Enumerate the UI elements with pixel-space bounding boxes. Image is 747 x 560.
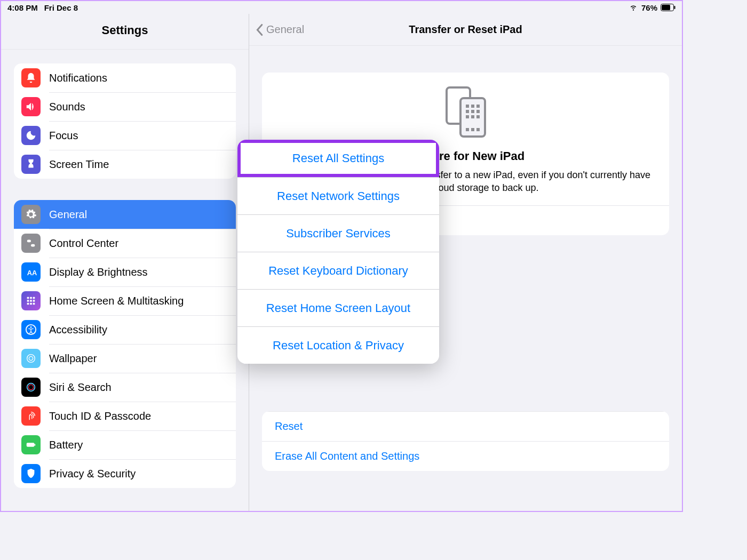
focus-icon xyxy=(21,126,41,145)
reset-keyboard-dictionary-button[interactable]: Reset Keyboard Dictionary xyxy=(237,252,439,289)
svg-rect-2 xyxy=(674,6,676,9)
svg-rect-29 xyxy=(471,110,474,113)
erase-all-button[interactable]: Erase All Content and Settings xyxy=(262,441,669,471)
svg-rect-11 xyxy=(33,300,35,302)
svg-rect-13 xyxy=(30,303,32,305)
svg-point-16 xyxy=(30,326,32,328)
wallpaper-icon xyxy=(21,349,41,368)
sidebar-item-display[interactable]: AA Display & Brightness xyxy=(14,258,236,286)
svg-rect-27 xyxy=(476,105,480,108)
svg-text:AA: AA xyxy=(27,269,37,277)
wifi-icon xyxy=(629,2,638,13)
sidebar-item-controlcenter[interactable]: Control Center xyxy=(14,229,236,258)
homescreen-icon xyxy=(21,291,41,310)
privacy-icon xyxy=(21,464,41,483)
detail-pane: General Transfer or Reset iPad xyxy=(249,14,682,511)
svg-rect-12 xyxy=(27,303,29,305)
settings-sidebar: Settings Notifications Sounds Focus Scre… xyxy=(1,14,249,511)
status-date: Fri Dec 8 xyxy=(44,3,78,12)
svg-rect-30 xyxy=(476,110,480,113)
sidebar-item-focus[interactable]: Focus xyxy=(14,121,236,150)
reset-location-privacy-button[interactable]: Reset Location & Privacy xyxy=(237,326,439,364)
status-time: 4:08 PM xyxy=(7,3,38,12)
touchid-icon xyxy=(21,406,41,426)
svg-point-17 xyxy=(27,355,35,363)
svg-point-18 xyxy=(29,356,33,360)
reset-popover: Reset All Settings Reset Network Setting… xyxy=(237,140,439,364)
siri-icon xyxy=(21,378,41,397)
notifications-icon xyxy=(21,68,41,87)
sidebar-item-privacy[interactable]: Privacy & Security xyxy=(14,459,236,488)
sidebar-item-screentime[interactable]: Screen Time xyxy=(14,150,236,179)
svg-rect-34 xyxy=(466,128,469,131)
svg-rect-32 xyxy=(471,115,474,118)
svg-rect-33 xyxy=(476,115,480,118)
reset-home-screen-layout-button[interactable]: Reset Home Screen Layout xyxy=(237,289,439,326)
svg-rect-21 xyxy=(27,443,35,446)
svg-rect-4 xyxy=(31,244,35,247)
sidebar-item-general[interactable]: General xyxy=(14,200,236,229)
controlcenter-icon xyxy=(21,234,41,253)
svg-rect-8 xyxy=(33,297,35,299)
accessibility-icon xyxy=(21,320,41,339)
svg-rect-10 xyxy=(30,300,32,302)
reset-network-settings-button[interactable]: Reset Network Settings xyxy=(237,177,439,214)
sidebar-item-homescreen[interactable]: Home Screen & Multitasking xyxy=(14,286,236,315)
device-illustration-icon xyxy=(275,85,656,139)
svg-rect-9 xyxy=(27,300,29,302)
svg-rect-25 xyxy=(466,105,469,108)
svg-rect-14 xyxy=(33,303,35,305)
reset-button[interactable]: Reset xyxy=(262,411,669,441)
sidebar-item-sounds[interactable]: Sounds xyxy=(14,92,236,121)
subscriber-services-button[interactable]: Subscriber Services xyxy=(237,214,439,252)
svg-rect-6 xyxy=(27,297,29,299)
battery-icon xyxy=(661,4,676,11)
svg-rect-31 xyxy=(466,115,469,118)
battery-percent: 76% xyxy=(641,3,657,12)
svg-rect-28 xyxy=(466,110,469,113)
svg-point-20 xyxy=(28,385,33,389)
sidebar-item-siri[interactable]: Siri & Search xyxy=(14,373,236,402)
battery-icon-setting xyxy=(21,435,41,454)
svg-rect-36 xyxy=(476,128,480,131)
sidebar-item-battery[interactable]: Battery xyxy=(14,430,236,459)
svg-rect-26 xyxy=(471,105,474,108)
sidebar-item-notifications[interactable]: Notifications xyxy=(14,63,236,92)
reset-all-settings-button[interactable]: Reset All Settings xyxy=(237,140,439,177)
svg-rect-22 xyxy=(34,444,35,446)
svg-rect-3 xyxy=(27,240,31,243)
display-icon: AA xyxy=(21,262,41,282)
screentime-icon xyxy=(21,155,41,174)
sidebar-item-touchid[interactable]: Touch ID & Passcode xyxy=(14,402,236,430)
sidebar-item-wallpaper[interactable]: Wallpaper xyxy=(14,344,236,373)
general-icon xyxy=(21,205,41,224)
svg-rect-35 xyxy=(471,128,474,131)
sidebar-item-accessibility[interactable]: Accessibility xyxy=(14,315,236,344)
sidebar-title: Settings xyxy=(1,14,249,50)
status-bar: 4:08 PM Fri Dec 8 76% xyxy=(1,1,682,14)
svg-rect-1 xyxy=(662,5,670,10)
back-button[interactable]: General xyxy=(249,23,356,36)
svg-rect-7 xyxy=(30,297,32,299)
sounds-icon xyxy=(21,97,41,116)
